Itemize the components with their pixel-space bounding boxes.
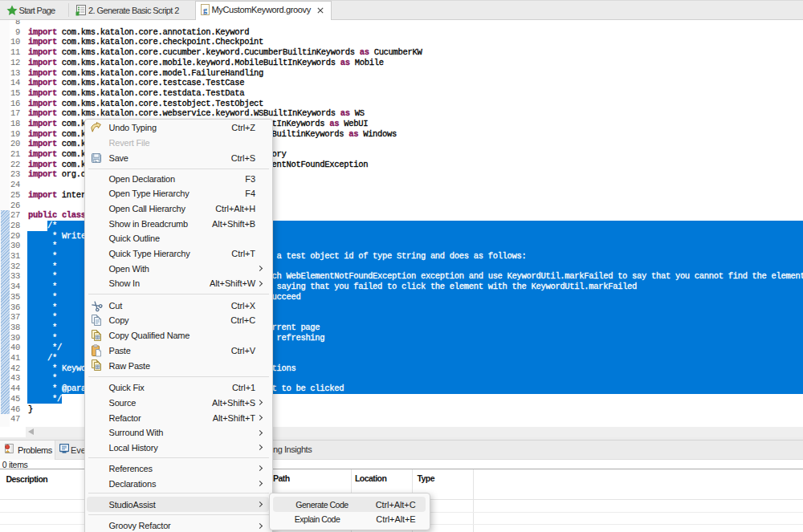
svg-text:g: g (203, 6, 207, 14)
